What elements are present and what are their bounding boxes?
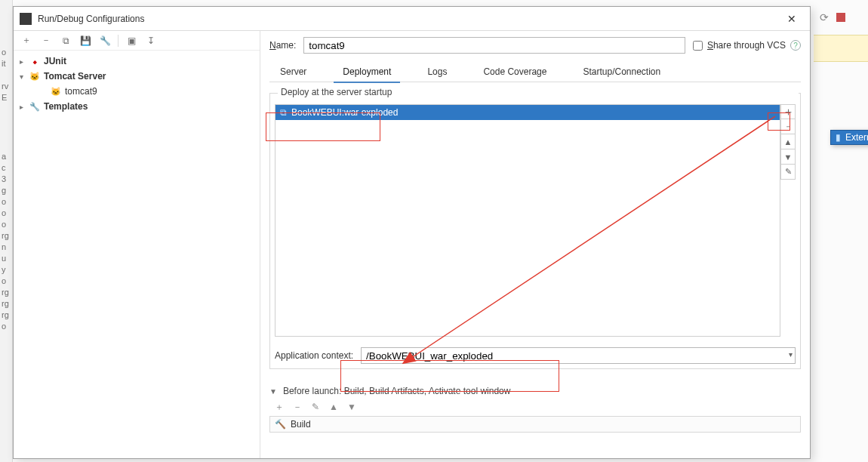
external-source-popup[interactable]: ▮ External Source... (830, 130, 868, 145)
deploy-list[interactable]: ⧉ BookWEBUI:war exploded (275, 104, 780, 337)
folder-button[interactable]: ▣ (123, 33, 140, 48)
deploy-item-label: BookWEBUI:war exploded (291, 107, 398, 118)
deploy-edit-button[interactable]: ✎ (780, 165, 796, 180)
bl-up-button[interactable]: ▲ (327, 401, 340, 413)
bl-add-button[interactable]: ＋ (272, 401, 286, 413)
app-context-input[interactable] (361, 347, 796, 364)
wrench-icon: 🔧 (29, 100, 41, 112)
dialog-title: Run/Debug Configurations (38, 14, 780, 24)
deploy-legend: Deploy at the server startup (278, 87, 799, 97)
tree-label: Templates (44, 101, 88, 112)
module-icon: ▮ (836, 132, 841, 143)
share-checkbox-input[interactable] (693, 41, 703, 51)
toolbar-separator (118, 35, 119, 47)
name-label: Name: (269, 40, 296, 51)
bl-down-button[interactable]: ▼ (345, 401, 359, 413)
before-launch-label: Before launch: Build, Build Artifacts, A… (283, 386, 511, 396)
stop-icon (836, 13, 845, 22)
share-vcs-checkbox[interactable]: Share through VCS ? (693, 40, 801, 51)
before-launch-toolbar: ＋ － ✎ ▲ ▼ (272, 401, 801, 413)
app-context-row: Application context: ▾ (275, 347, 796, 364)
ide-highlight-block (814, 35, 868, 62)
bl-edit-button[interactable]: ✎ (309, 401, 322, 413)
deploy-fieldset: Deploy at the server startup ⧉ BookWEBUI… (269, 93, 801, 369)
tree-label: Tomcat Server (44, 71, 106, 82)
chevron-right-icon: ▸ (17, 57, 26, 66)
hammer-icon: 🔨 (275, 419, 286, 430)
edit-config-button[interactable]: 🔧 (97, 33, 113, 48)
deploy-artifact-item[interactable]: ⧉ BookWEBUI:war exploded (275, 105, 780, 120)
name-input[interactable] (303, 37, 685, 54)
disclosure-icon: ▼ (269, 387, 277, 396)
copy-config-button[interactable]: ⧉ (57, 33, 74, 48)
config-tabs: Server Deployment Logs Code Coverage Sta… (269, 61, 801, 82)
tab-code-coverage[interactable]: Code Coverage (474, 61, 556, 82)
before-launch-build-row[interactable]: 🔨 Build (269, 416, 801, 433)
deploy-side-toolbar: ＋ － ▲ ▼ ✎ (780, 104, 796, 337)
build-label: Build (291, 419, 311, 430)
chevron-right-icon: ▸ (17, 103, 26, 111)
tree-templates[interactable]: ▸ 🔧 Templates (14, 99, 260, 114)
tab-startup-connection[interactable]: Startup/Connection (574, 61, 669, 82)
before-launch-header[interactable]: ▼ Before launch: Build, Build Artifacts,… (269, 386, 801, 396)
app-context-combo[interactable]: ▾ (361, 347, 796, 364)
tree-tomcat-server[interactable]: ▾ 🐱 Tomcat Server (14, 69, 260, 84)
deploy-add-button[interactable]: ＋ (780, 104, 796, 119)
config-tree: ▸ ⬥ JUnit ▾ 🐱 Tomcat Server 🐱 tomcat9 (14, 51, 260, 458)
config-sidebar: ＋ － ⧉ 💾 🔧 ▣ ↧ ▸ ⬥ JUnit ▾ (14, 31, 260, 458)
remove-config-button[interactable]: － (38, 33, 54, 48)
name-row: Name: Share through VCS ? (269, 37, 801, 54)
deploy-remove-button[interactable]: － (780, 119, 796, 134)
tomcat-icon: 🐱 (50, 85, 62, 97)
tab-server[interactable]: Server (271, 61, 315, 82)
tomcat-icon: 🐱 (29, 70, 41, 82)
artifact-icon: ⧉ (280, 107, 287, 118)
bl-remove-button[interactable]: － (291, 401, 304, 413)
junit-icon: ⬥ (29, 55, 41, 67)
popup-label: External Source... (845, 132, 868, 143)
sidebar-toolbar: ＋ － ⧉ 💾 🔧 ▣ ↧ (14, 31, 260, 51)
config-form: Name: Share through VCS ? Server Deploym… (260, 31, 810, 458)
tree-junit[interactable]: ▸ ⬥ JUnit (14, 54, 260, 69)
ide-left-gutter: oit rvE ac3gooo rgnuyorgrgrgo (0, 0, 13, 462)
app-context-label: Application context: (275, 350, 353, 361)
deploy-move-up-button[interactable]: ▲ (780, 134, 796, 149)
chevron-down-icon: ▾ (789, 350, 793, 359)
tree-label: JUnit (44, 56, 66, 66)
save-config-button[interactable]: 💾 (77, 33, 94, 48)
close-button[interactable]: ✕ (780, 7, 804, 31)
ide-right-gutter: ⟳ (812, 6, 868, 29)
sync-icon: ⟳ (820, 11, 829, 23)
tree-label: tomcat9 (65, 86, 97, 97)
run-debug-dialog: Run/Debug Configurations ✕ ＋ － ⧉ 💾 🔧 ▣ ↧ (13, 6, 811, 459)
tab-deployment[interactable]: Deployment (334, 61, 400, 82)
help-icon[interactable]: ? (790, 40, 801, 51)
tree-tomcat9[interactable]: 🐱 tomcat9 (14, 84, 260, 99)
deploy-move-down-button[interactable]: ▼ (780, 149, 796, 165)
app-icon (20, 13, 32, 25)
dialog-titlebar: Run/Debug Configurations ✕ (14, 7, 810, 31)
tab-logs[interactable]: Logs (418, 61, 456, 82)
sort-button[interactable]: ↧ (143, 33, 159, 48)
add-config-button[interactable]: ＋ (18, 33, 35, 48)
chevron-down-icon: ▾ (17, 72, 26, 81)
